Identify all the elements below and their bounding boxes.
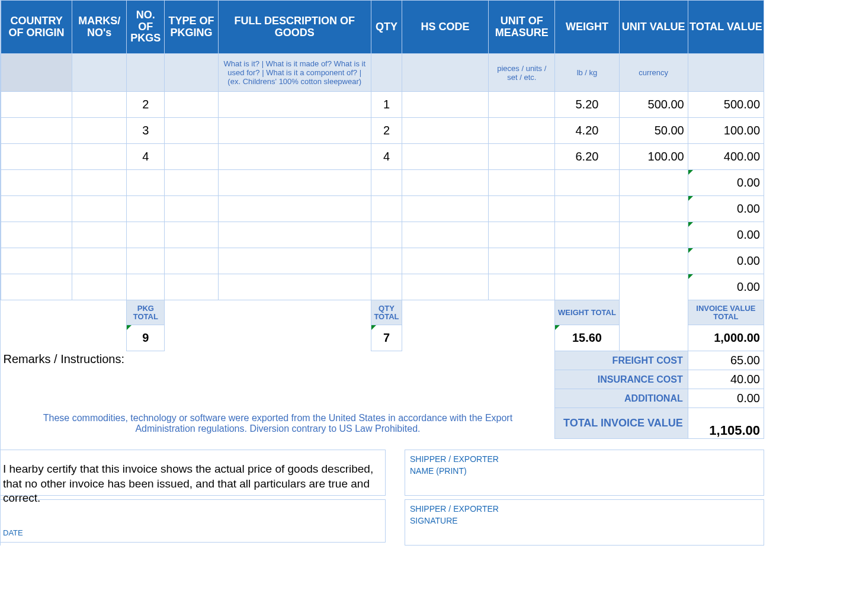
formula-marker-icon <box>371 325 376 330</box>
formula-marker-icon <box>555 325 560 330</box>
hint-weight: lb / kg <box>555 54 619 92</box>
col-desc: FULL DESCRIPTION OF GOODS <box>218 1 371 54</box>
col-weight: WEIGHT <box>555 1 619 54</box>
col-qty: QTY <box>371 1 402 54</box>
formula-marker-icon <box>688 170 693 175</box>
col-uv: UNIT VALUE <box>619 1 688 54</box>
cell-pkgs[interactable]: 2 <box>127 92 165 118</box>
shipper-sig-label-1: SHIPPER / EXPORTER <box>410 503 759 515</box>
col-tv: TOTAL VALUE <box>688 1 764 54</box>
shipper-name-label-1: SHIPPER / EXPORTER <box>410 454 759 466</box>
table-row: 2 1 5.20 500.00 500.00 <box>1 92 764 118</box>
col-marks: MARKS/ NO's <box>72 1 127 54</box>
weight-total-label: WEIGHT TOTAL <box>555 300 619 325</box>
qty-total-value: 7 <box>371 325 402 351</box>
col-pkging: TYPE OF PKGING <box>165 1 218 54</box>
line-items-table: COUNTRY OF ORIGIN MARKS/ NO's NO. OF PKG… <box>1 0 764 439</box>
formula-marker-icon <box>688 274 693 279</box>
formula-marker-icon <box>688 222 693 227</box>
header-row: COUNTRY OF ORIGIN MARKS/ NO's NO. OF PKG… <box>1 1 764 54</box>
table-row: 4 4 6.20 100.00 400.00 <box>1 144 764 170</box>
total-invoice-value: 1,105.00 <box>688 408 764 439</box>
export-disclaimer: These commodities, technology or softwar… <box>1 408 555 439</box>
total-invoice-row: These commodities, technology or softwar… <box>1 408 764 439</box>
formula-marker-icon <box>688 196 693 201</box>
shipper-name-box[interactable]: SHIPPER / EXPORTER NAME (PRINT) <box>405 450 764 496</box>
signature-section: I hearby certify that this invoice shows… <box>1 450 764 546</box>
freight-label: FREIGHT COST <box>555 351 688 370</box>
table-row: 0.00 <box>1 274 764 300</box>
cell-qty[interactable]: 1 <box>371 92 402 118</box>
hint-uom: pieces / units / set / etc. <box>489 54 555 92</box>
weight-total-value: 15.60 <box>555 325 619 351</box>
freight-value[interactable]: 65.00 <box>688 351 764 370</box>
shipper-sig-label-2: SIGNATURE <box>410 515 759 527</box>
table-row: 0.00 <box>1 248 764 274</box>
table-row: 0.00 <box>1 170 764 196</box>
col-hs: HS CODE <box>402 1 489 54</box>
insurance-label: INSURANCE COST <box>555 370 688 389</box>
cell-uv[interactable]: 500.00 <box>619 92 688 118</box>
formula-marker-icon <box>127 325 132 330</box>
col-uom: UNIT OF MEASURE <box>489 1 555 54</box>
cell-tv[interactable]: 500.00 <box>688 92 764 118</box>
formula-marker-icon <box>688 248 693 253</box>
table-row: 0.00 <box>1 222 764 248</box>
hint-uv: currency <box>619 54 688 92</box>
pkg-total-value: 9 <box>127 325 165 351</box>
hint-row: What is it? | What is it made of? What i… <box>1 54 764 92</box>
cell-weight[interactable]: 5.20 <box>555 92 619 118</box>
additional-label: ADDITIONAL <box>555 389 688 408</box>
insurance-value[interactable]: 40.00 <box>688 370 764 389</box>
pkg-total-label: PKG TOTAL <box>127 300 165 325</box>
date-box[interactable]: DATE <box>1 499 386 543</box>
shipper-name-label-2: NAME (PRINT) <box>410 466 759 477</box>
inv-total-label: INVOICE VALUE TOTAL <box>688 300 764 325</box>
date-label: DATE <box>3 528 23 537</box>
freight-row: Remarks / Instructions: FREIGHT COST 65.… <box>1 351 764 370</box>
remarks-label: Remarks / Instructions: <box>1 351 555 366</box>
shipper-signature-box[interactable]: SHIPPER / EXPORTER SIGNATURE <box>405 499 764 546</box>
hint-desc: What is it? | What is it made of? What i… <box>218 54 371 92</box>
col-country: COUNTRY OF ORIGIN <box>1 1 72 54</box>
additional-value[interactable]: 0.00 <box>688 389 764 408</box>
commercial-invoice-sheet: COUNTRY OF ORIGIN MARKS/ NO's NO. OF PKG… <box>0 0 764 546</box>
total-invoice-label: TOTAL INVOICE VALUE <box>555 408 688 439</box>
qty-total-label: QTY TOTAL <box>371 300 402 325</box>
table-row: 0.00 <box>1 196 764 222</box>
inv-total-value: 1,000.00 <box>688 325 764 351</box>
col-pkgs: NO. OF PKGS <box>127 1 165 54</box>
certification-text: I hearby certify that this invoice shows… <box>1 450 386 496</box>
table-row: 3 2 4.20 50.00 100.00 <box>1 118 764 144</box>
